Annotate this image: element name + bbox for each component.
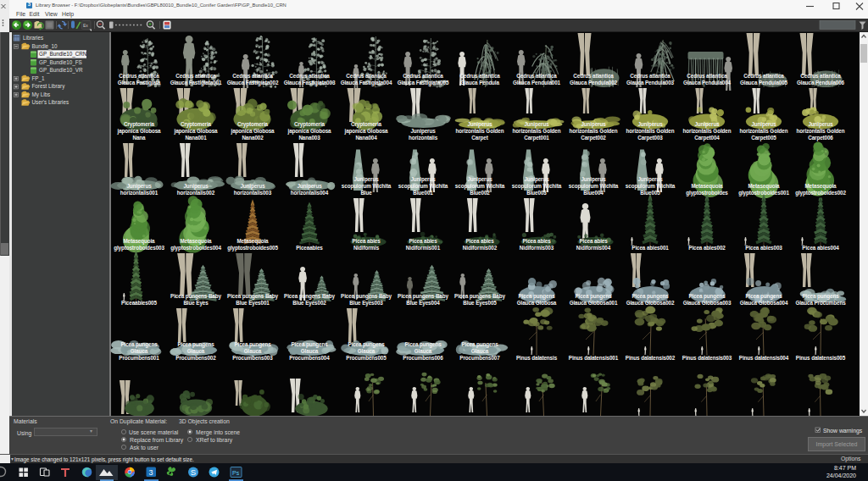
svg-text:3: 3 [149, 468, 153, 477]
svg-text:Ps: Ps [232, 470, 240, 476]
svg-text:S: S [191, 467, 196, 477]
